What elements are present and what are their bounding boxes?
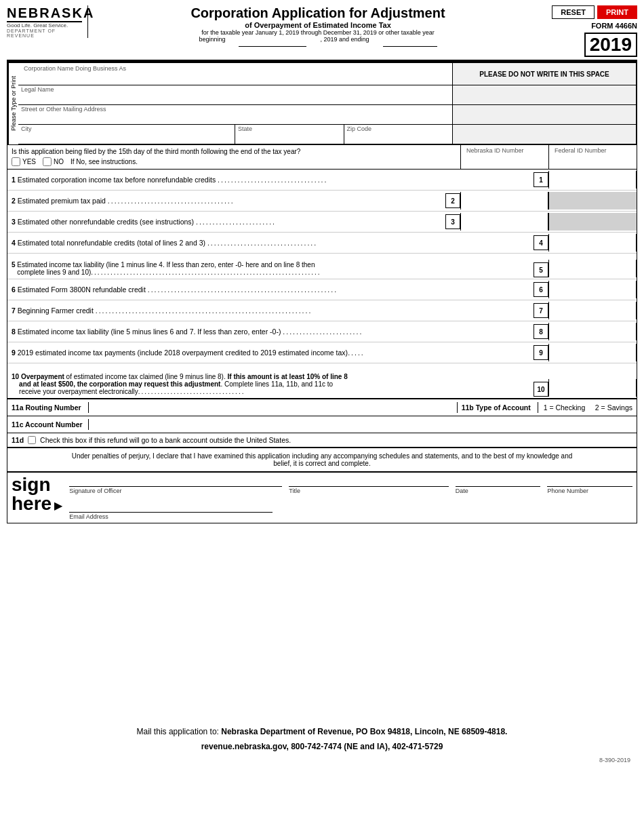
line-2-num: 2 [445, 193, 460, 208]
line-6-num: 6 [534, 282, 548, 297]
sign-line-row-1: Signature of Officer Title Date Phone Nu… [69, 475, 632, 494]
line-2-input[interactable] [461, 195, 548, 206]
line-5-input-box [548, 260, 637, 277]
brand-name: NEBRASKA [7, 5, 82, 22]
beginning-label: beginning [199, 36, 225, 47]
line-8-num: 8 [534, 324, 548, 339]
title-label: Title [289, 488, 449, 494]
signature-input[interactable] [69, 475, 282, 487]
line-3: 3 Estimated other nonrefundable credits … [7, 212, 637, 233]
no-checkbox[interactable] [43, 157, 52, 166]
yes-label: YES [22, 158, 36, 165]
footer-code: 8-390-2019 [7, 757, 637, 763]
yes-option[interactable]: YES [12, 157, 36, 166]
sign-word-block: sign here ▶ [12, 475, 62, 513]
line-3-shaded [548, 213, 637, 231]
federal-id-cell: Federal ID Number [548, 145, 637, 169]
checking-label: 1 = Checking [544, 403, 586, 412]
corp-name-input[interactable] [21, 73, 120, 83]
mailing-input[interactable] [18, 113, 452, 124]
sign-arrow: ▶ [54, 499, 62, 512]
line-1: 1 Estimated corporation income tax befor… [7, 170, 637, 191]
line-9: 9 2019 estimated income tax payments (in… [7, 342, 637, 363]
penalty-section: Under penalties of perjury, I declare th… [7, 448, 637, 471]
email-field: Email Address [69, 501, 273, 520]
date-input[interactable] [456, 475, 541, 487]
line-4-input[interactable] [549, 237, 636, 248]
form-number: FORM 4466N [591, 22, 637, 30]
email-label: Email Address [69, 513, 273, 520]
date-label: Date [456, 488, 541, 494]
11d-label: 11d [12, 436, 24, 444]
reset-button[interactable]: RESET [552, 5, 595, 19]
routing-input[interactable] [89, 399, 457, 416]
line-10-text: 10 Overpayment of estimated income tax c… [7, 372, 534, 397]
line-3-num: 3 [445, 214, 460, 229]
line-4: 4 Estimated total nonrefundable credits … [7, 233, 637, 254]
no-write-cell: PLEASE DO NOT WRITE IN THIS SPACE [453, 63, 636, 85]
line-3-input[interactable] [461, 216, 548, 227]
sign-section: sign here ▶ Signature of Officer Title [7, 471, 637, 523]
line-9-input-box [548, 344, 637, 361]
state-input[interactable] [235, 133, 344, 144]
line-5-text: 5 Estimated income tax liability (line 1… [7, 260, 534, 277]
address-fields: Corporation Name Doing Business As PLEAS… [18, 63, 636, 144]
line-6-input[interactable] [549, 284, 636, 295]
footer-mail: Mail this application to: Nebraska Depar… [7, 713, 637, 742]
yes-no-left: Is this application being filed by the 1… [7, 145, 460, 169]
signature-label: Signature of Officer [69, 488, 282, 494]
date-field: Date [456, 475, 541, 494]
account-input[interactable] [89, 416, 637, 433]
yes-checkbox[interactable] [12, 157, 20, 166]
line-10-input-box [548, 379, 637, 397]
sign-word: sign [12, 475, 62, 494]
line-6-input-box [548, 281, 637, 298]
line-7-input[interactable] [549, 305, 636, 316]
phone-input[interactable] [547, 475, 632, 487]
form-title: Corporation Application for Adjustment [94, 5, 542, 21]
line-9-input[interactable] [549, 347, 636, 358]
nebraska-logo: NEBRASKA Good Life. Great Service. Depar… [7, 5, 88, 38]
zip-input[interactable] [344, 133, 453, 144]
beginning-date-input[interactable] [239, 36, 306, 47]
city-label: City [18, 125, 235, 133]
line-10-input[interactable] [549, 382, 636, 393]
form-subtitle: of Overpayment of Estimated Income Tax [94, 21, 542, 29]
banking-section: 11a Routing Number 11b Type of Account 1… [7, 399, 637, 448]
city-cell: City [18, 125, 235, 144]
line-8-input-box [548, 323, 637, 340]
title-input[interactable] [289, 475, 449, 487]
email-input[interactable] [69, 501, 273, 513]
check-11d-checkbox[interactable] [28, 436, 36, 444]
corp-name-cell: Corporation Name Doing Business As [18, 63, 453, 85]
line-7: 7 Beginning Farmer credit ..............… [7, 300, 637, 321]
dept-label: Department of Revenue [7, 28, 82, 38]
federal-id-label: Federal ID Number [552, 146, 634, 155]
city-state-row: City State Zip Code [18, 125, 636, 144]
zip-cell: Zip Code [344, 125, 454, 144]
here-word: here [12, 494, 52, 513]
account-row: 11c Account Number [7, 416, 637, 433]
line-9-num: 9 [534, 345, 548, 360]
routing-row: 11a Routing Number 11b Type of Account 1… [7, 399, 637, 416]
line-6-text: 6 Estimated Form 3800N refundable credit… [7, 284, 534, 295]
no-option[interactable]: NO [43, 157, 64, 166]
ending-date-input[interactable] [383, 36, 437, 47]
federal-id-input[interactable] [552, 155, 634, 165]
city-input[interactable] [18, 133, 235, 144]
line-8-input[interactable] [549, 326, 636, 337]
nebraska-id-input[interactable] [464, 155, 546, 165]
line-2-shaded [548, 192, 637, 210]
line-10-num: 10 [534, 382, 548, 397]
legal-name-input[interactable] [18, 94, 452, 104]
line-5-input[interactable] [549, 263, 636, 274]
line-1-input-box [548, 171, 637, 188]
mail-bold: Nebraska Department of Revenue, PO Box 9… [221, 727, 507, 736]
yes-no-question: Is this application being filed by the 1… [12, 148, 456, 155]
print-button[interactable]: PRINT [597, 5, 637, 19]
yes-no-section: Is this application being filed by the 1… [7, 145, 637, 170]
penalty-text: Under penalties of perjury, I declare th… [62, 452, 582, 467]
line-1-input[interactable] [549, 174, 636, 185]
line-7-input-box [548, 302, 637, 319]
line-2-text: 2 Estimated premium tax paid ...........… [7, 195, 445, 206]
